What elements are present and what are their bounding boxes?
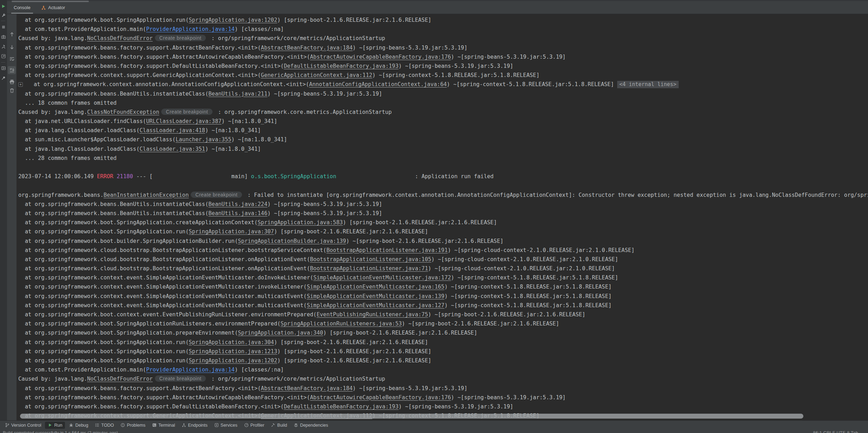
stack-frame-link[interactable]: Launcher.java:355 (176, 136, 231, 143)
statusbar-item-version-control[interactable]: Version Control (2, 422, 44, 429)
statusbar-item-terminal[interactable]: Terminal (149, 422, 178, 429)
settings-wrench-button[interactable] (1, 13, 6, 18)
stack-frame-link[interactable]: DefaultListableBeanFactory.java:193 (284, 63, 399, 69)
clear-all-button[interactable] (9, 88, 14, 93)
layout-settings-button[interactable] (1, 66, 6, 71)
console-text-segment: ) ~[spring-beans-5.3.19.jar:5.3.19] (451, 394, 566, 401)
scroll-to-end-button[interactable] (9, 67, 14, 73)
stack-frame-link[interactable]: BootstrapApplicationListener.java:71 (310, 265, 428, 272)
stack-frame-link[interactable]: AbstractAutowireCapableBeanFactory.java:… (310, 54, 451, 60)
thread-dump-camera-button[interactable] (1, 34, 6, 39)
statusbar-item-endpoints[interactable]: Endpoints (179, 422, 210, 429)
console-line: at org.springframework.context.event.Sim… (18, 301, 868, 310)
stack-frame-link[interactable]: SpringApplication.java:307 (189, 228, 274, 235)
stack-frame-link[interactable]: SpringApplication.java:583 (257, 219, 343, 226)
stack-frame-link[interactable]: BeanInstantiationException (104, 192, 189, 198)
tab-actuator[interactable]: Actuator (38, 2, 68, 13)
statusbar-item-build[interactable]: Build (268, 422, 290, 429)
stack-frame-link[interactable]: BootstrapApplicationListener.java:105 (310, 256, 431, 263)
console-text-segment: at org.springframework.context.support.G… (18, 72, 261, 78)
console-text-segment: ) ~[spring-beans-5.3.19.jar:5.3.19] (451, 54, 566, 60)
stack-frame-link[interactable]: ClassNotFoundException (87, 109, 159, 115)
build-hammer-icon (271, 423, 275, 427)
create-breakpoint-badge[interactable]: Create breakpoint (155, 35, 206, 41)
console-line: at com.test.ProviderApplication.main(Pro… (18, 365, 868, 374)
console-text-segment: Caused by: java.lang. (18, 109, 87, 115)
horizontal-scrollbar-thumb[interactable] (20, 414, 803, 419)
stack-frame-link[interactable]: SpringApplication.java:1213 (189, 348, 277, 355)
stack-frame-link[interactable]: AnnotationConfigApplicationContext.java:… (309, 81, 447, 88)
stop-button[interactable] (1, 25, 6, 30)
create-breakpoint-badge[interactable]: Create breakpoint (161, 109, 213, 115)
stack-frame-link[interactable]: URLClassLoader.java:387 (146, 118, 222, 124)
caret-encoding-status: 86:1 CRLF UTF-8 Tab (813, 431, 858, 433)
stack-frame-link[interactable]: SimpleApplicationEventMulticaster.java:1… (307, 284, 444, 290)
stack-frame-link[interactable]: ClassLoader.java:418 (139, 127, 205, 134)
console-text-segment: : Application run failed (336, 173, 494, 180)
create-breakpoint-badge[interactable]: Create breakpoint (155, 375, 206, 382)
stack-frame-link[interactable]: ClassLoader.java:351 (139, 146, 205, 152)
source-file-link[interactable]: ProviderApplication.java:14 (146, 367, 235, 373)
stack-frame-link[interactable]: BeanUtils.java:146 (208, 210, 267, 216)
console-text-segment: ) [spring-boot-2.1.6.RELEASE.jar:2.1.6.R… (274, 339, 428, 345)
stack-frame-link[interactable]: NoClassDefFoundError (87, 35, 153, 41)
statusbar-item-dependencies[interactable]: Dependencies (291, 422, 331, 429)
pin-tab-icon (1, 76, 6, 80)
console-text-segment: ) ~[na:1.8.0_341] (222, 118, 278, 124)
tab-console[interactable]: Console (11, 2, 34, 13)
tool-window-bar: Version ControlRunDebugTODOProblemsTermi… (0, 420, 868, 429)
build-tools-button[interactable] (1, 44, 6, 49)
console-text-segment: at org.springframework.cloud.bootstrap.B… (18, 256, 310, 263)
stack-frame-link[interactable]: BootstrapApplicationListener.java:191 (326, 247, 448, 253)
source-file-link[interactable]: ProviderApplication.java:14 (146, 26, 235, 32)
stack-frame-link[interactable]: SpringApplication.java:304 (189, 339, 274, 345)
stack-frame-link[interactable]: SpringApplicationBuilder.java:139 (238, 238, 346, 244)
stack-frame-link[interactable]: SpringApplication.java:340 (238, 330, 323, 336)
stack-frame-link[interactable]: SpringApplication.java:1202 (189, 357, 277, 364)
console-line (18, 181, 868, 190)
stack-frame-link[interactable]: BeanUtils.java:224 (208, 201, 267, 207)
build-tools-icon (1, 44, 6, 49)
stack-frame-link[interactable]: NoClassDefFoundError (87, 376, 153, 382)
stack-frame-link[interactable]: BeanUtils.java:211 (208, 91, 267, 97)
console-toolbar (7, 14, 17, 420)
statusbar-item-todo[interactable]: TODO (92, 422, 117, 429)
terminal-icon (152, 423, 157, 427)
print-icon (9, 79, 14, 84)
run-play-icon (48, 423, 52, 427)
stack-frame-link[interactable]: AbstractBeanFactory.java:184 (261, 45, 353, 51)
arrow-up-button[interactable] (9, 32, 14, 37)
expand-fold-icon[interactable]: + (18, 82, 23, 87)
stack-frame-link[interactable]: AbstractBeanFactory.java:184 (261, 385, 353, 392)
stack-frame-link[interactable]: SpringApplicationRunListeners.java:53 (281, 321, 402, 327)
rerun-button[interactable] (1, 4, 6, 9)
open-in-editor-button[interactable] (1, 54, 6, 59)
debug-bug-icon (69, 423, 73, 427)
console-text-segment: ) ~[spring-beans-5.3.19.jar:5.3.19] (399, 403, 514, 410)
console-line: ... 18 common frames omitted (18, 98, 868, 108)
stack-frame-link[interactable]: SimpleApplicationEventMulticaster.java:1… (307, 302, 444, 309)
stack-frame-link[interactable]: EventPublishingRunListener.java:75 (316, 311, 428, 318)
console-text-segment: at org.springframework.boot.SpringApplic… (18, 348, 189, 355)
statusbar-item-services[interactable]: Services (211, 422, 240, 429)
statusbar-item-debug[interactable]: Debug (66, 422, 91, 429)
statusbar-item-run[interactable]: Run (45, 422, 65, 429)
print-button[interactable] (9, 79, 14, 84)
stack-frame-link[interactable]: SimpleApplicationEventMulticaster.java:1… (313, 274, 451, 281)
stack-frame-link[interactable]: SpringApplication.java:1202 (189, 17, 277, 23)
stack-frame-link[interactable]: AbstractAutowireCapableBeanFactory.java:… (310, 394, 451, 401)
console-output-panel[interactable]: at org.springframework.boot.SpringApplic… (17, 14, 868, 420)
console-text-segment: Caused by: java.lang. (18, 35, 87, 41)
stack-frame-link[interactable]: DefaultListableBeanFactory.java:193 (284, 403, 399, 410)
create-breakpoint-badge[interactable]: Create breakpoint (191, 192, 242, 198)
soft-wrap-button[interactable] (9, 56, 14, 62)
pin-tab-button[interactable] (1, 76, 6, 80)
statusbar-item-problems[interactable]: Problems (118, 422, 148, 429)
stack-frame-link[interactable]: GenericApplicationContext.java:112 (261, 72, 372, 78)
console-text-segment: ) ~[spring-context-5.1.8.RELEASE.jar:5.1… (444, 293, 612, 299)
console-text-segment: at com.test.ProviderApplication.main( (18, 26, 146, 32)
statusbar-item-profiler[interactable]: Profiler (241, 422, 267, 429)
arrow-down-button[interactable] (9, 44, 14, 50)
folded-lines-badge[interactable]: <4 internal lines> (617, 81, 679, 88)
stack-frame-link[interactable]: SimpleApplicationEventMulticaster.java:1… (307, 293, 444, 299)
